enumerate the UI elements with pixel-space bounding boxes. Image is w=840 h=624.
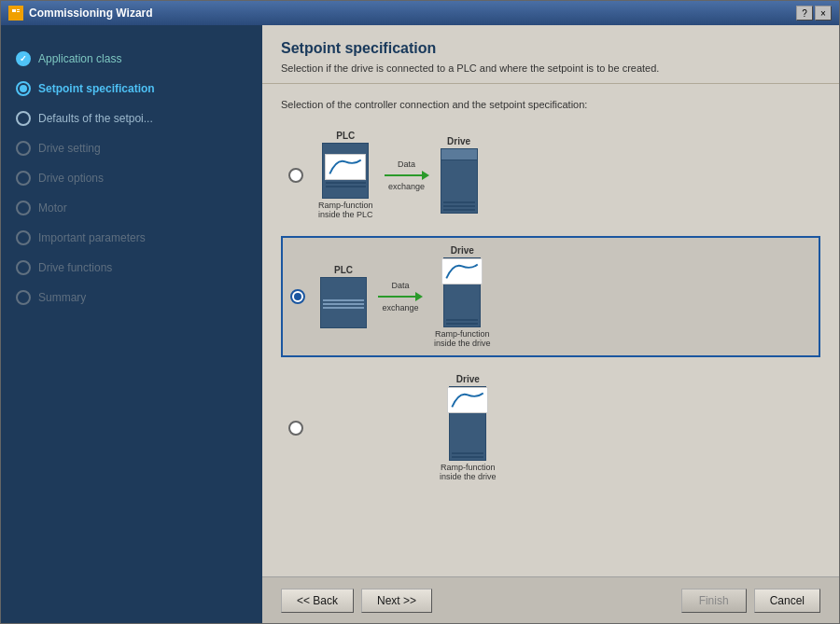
cancel-button[interactable]: Cancel	[754, 589, 820, 613]
radio-option-2[interactable]	[290, 289, 305, 304]
sidebar-label-defaults-setpoint: Defaults of the setpoi...	[38, 112, 153, 125]
step-icon-drive-setting	[16, 141, 31, 156]
main-header: Setpoint specification Selection if the …	[262, 25, 839, 84]
sidebar-item-application-class[interactable]: ✓ Application class	[1, 44, 262, 74]
option-row-2: PLC Data	[281, 236, 820, 357]
step-icon-application-class: ✓	[16, 51, 31, 66]
sidebar-item-summary[interactable]: Summary	[1, 283, 262, 312]
page-description: Selection if the drive is connected to a…	[281, 62, 820, 74]
sidebar-label-drive-options: Drive options	[38, 172, 104, 185]
sidebar-label-setpoint-specification: Setpoint specification	[38, 82, 155, 95]
title-bar-buttons: ? ×	[796, 6, 832, 21]
sidebar-label-important-parameters: Important parameters	[38, 231, 146, 244]
step-icon-important-parameters	[16, 230, 31, 245]
content-area: ✓ Application class Setpoint specificati…	[1, 25, 839, 623]
next-button[interactable]: Next >>	[361, 589, 432, 613]
step-icon-drive-options	[16, 171, 31, 186]
step-icon-motor	[16, 201, 31, 215]
main-body: Selection of the controller connection a…	[262, 84, 839, 576]
help-button[interactable]: ?	[796, 6, 813, 21]
sidebar-item-drive-functions[interactable]: Drive functions	[1, 253, 262, 283]
step-icon-summary	[16, 290, 31, 305]
main-content: Setpoint specification Selection if the …	[262, 25, 839, 623]
sidebar-item-drive-setting[interactable]: Drive setting	[1, 133, 262, 163]
finish-button[interactable]: Finish	[681, 589, 747, 613]
footer-left: << Back Next >>	[281, 589, 432, 613]
step-icon-defaults-setpoint	[16, 111, 31, 126]
sidebar-label-summary: Summary	[38, 291, 86, 304]
back-button[interactable]: << Back	[281, 589, 354, 613]
plc-box-2: PLC	[320, 265, 367, 328]
sidebar-item-drive-options[interactable]: Drive options	[1, 163, 262, 193]
diagram-option-1: PLC Ramp-functioninside the PLC	[318, 131, 478, 219]
sidebar-item-defaults-setpoint[interactable]: Defaults of the setpoi...	[1, 104, 262, 133]
step-icon-drive-functions	[16, 260, 31, 275]
title-bar-left: Commissioning Wizard	[8, 6, 153, 21]
drive-box-2: Drive Ramp-functioninside the d	[434, 245, 491, 348]
drive-unit-2	[443, 257, 481, 327]
selection-label: Selection of the controller connection a…	[281, 99, 820, 110]
sidebar-item-motor[interactable]: Motor	[1, 193, 262, 223]
diagram-option-3: Drive Ramp-functioninside the d	[440, 374, 497, 481]
close-button[interactable]: ×	[815, 6, 832, 21]
option-row-1: PLC Ramp-functioninside the PLC	[281, 123, 820, 227]
svg-rect-1	[12, 9, 16, 12]
sidebar-label-motor: Motor	[38, 201, 67, 215]
plc-unit-1	[322, 143, 369, 199]
svg-rect-2	[17, 9, 20, 10]
svg-rect-3	[17, 11, 20, 12]
step-icon-setpoint-specification	[16, 81, 31, 96]
page-title: Setpoint specification	[281, 40, 820, 57]
sidebar-label-application-class: Application class	[38, 52, 121, 65]
option-row-3: Drive Ramp-functioninside the d	[281, 367, 820, 489]
footer-right: Finish Cancel	[681, 589, 820, 613]
drive-unit-1	[441, 148, 478, 214]
plc-unit-2	[320, 277, 367, 328]
sidebar-item-important-parameters[interactable]: Important parameters	[1, 223, 262, 253]
commissioning-wizard-window: Commissioning Wizard ? × ✓ Application c…	[0, 0, 840, 624]
radio-option-3[interactable]	[288, 421, 303, 436]
arrow-exchange-1: Data exchange	[385, 159, 429, 191]
sidebar-item-setpoint-specification[interactable]: Setpoint specification	[1, 74, 262, 104]
arrow-exchange-2: Data exchange	[378, 281, 423, 312]
window-title: Commissioning Wizard	[29, 7, 153, 20]
title-bar: Commissioning Wizard ? ×	[1, 1, 839, 25]
drive-box-3: Drive Ramp-functioninside the d	[440, 374, 497, 481]
wizard-icon	[8, 6, 23, 21]
plc-box-1: PLC Ramp-functioninside the PLC	[318, 131, 373, 219]
sidebar: ✓ Application class Setpoint specificati…	[1, 25, 262, 623]
sidebar-label-drive-functions: Drive functions	[38, 261, 112, 274]
sidebar-label-drive-setting: Drive setting	[38, 142, 101, 155]
drive-box-1: Drive	[441, 136, 478, 214]
radio-option-1[interactable]	[288, 168, 303, 183]
footer: << Back Next >> Finish Cancel	[262, 576, 839, 623]
drive-unit-3	[449, 386, 486, 461]
diagram-option-2: PLC Data	[320, 245, 491, 348]
